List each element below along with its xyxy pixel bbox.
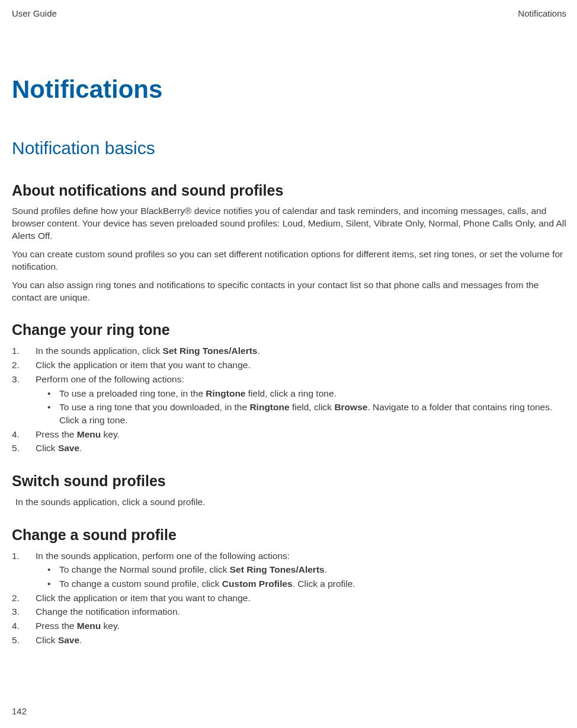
change-profile-substeps: To change the Normal sound profile, clic… (36, 563, 566, 590)
change-ring-step-4: Press the Menu key. (12, 428, 566, 441)
text-bold: Menu (77, 621, 101, 631)
page-container: User Guide Notifications Notifications N… (0, 0, 577, 728)
text-bold: Browse (334, 402, 367, 412)
text: To use a preloaded ring tone, in the (59, 388, 206, 398)
about-paragraph-2: You can create custom sound profiles so … (12, 248, 566, 273)
text: key. (101, 429, 120, 439)
text-bold: Set Ring Tones/Alerts (230, 564, 325, 574)
text: Perform one of the following actions: (36, 374, 184, 384)
text: Click the application or item that you w… (36, 593, 251, 603)
text: Press the (36, 621, 77, 631)
text: . Click a profile. (293, 579, 355, 589)
text: In the sounds application, click (36, 346, 163, 356)
change-ring-heading: Change your ring tone (12, 321, 566, 339)
text: Click (36, 635, 58, 645)
change-ring-step-1: In the sounds application, click Set Rin… (12, 344, 566, 357)
text: key. (101, 621, 120, 631)
text-bold: Save (58, 635, 79, 645)
text: . (257, 346, 259, 356)
text: In the sounds application, perform one o… (36, 551, 290, 561)
text: field, click a ring tone. (245, 388, 336, 398)
main-title: Notifications (12, 75, 566, 104)
header-right: Notifications (518, 8, 566, 18)
change-profile-substep-1: To change the Normal sound profile, clic… (47, 563, 566, 576)
text-bold: Save (58, 443, 79, 453)
switch-profiles-text: In the sounds application, click a sound… (12, 496, 566, 509)
about-paragraph-3: You can also assign ring tones and notif… (12, 279, 566, 304)
change-ring-step-3: Perform one of the following actions: To… (12, 373, 566, 427)
change-ring-substep-1: To use a preloaded ring tone, in the Rin… (47, 387, 566, 400)
change-ring-substeps: To use a preloaded ring tone, in the Rin… (36, 387, 566, 427)
page-header: User Guide Notifications (12, 8, 566, 18)
change-profile-step-3: Change the notification information. (12, 605, 566, 618)
change-profile-step-1: In the sounds application, perform one o… (12, 550, 566, 590)
text: To change the Normal sound profile, clic… (59, 564, 230, 574)
text: Change the notification information. (36, 606, 180, 617)
page-number: 142 (12, 706, 27, 716)
text-bold: Set Ring Tones/Alerts (163, 346, 258, 356)
change-profile-heading: Change a sound profile (12, 526, 566, 544)
change-profile-step-5: Click Save. (12, 634, 566, 647)
text: . (325, 564, 327, 574)
change-profile-step-4: Press the Menu key. (12, 620, 566, 633)
switch-profiles-heading: Switch sound profiles (12, 472, 566, 490)
about-paragraph-1: Sound profiles define how your BlackBerr… (12, 205, 566, 242)
text: To use a ring tone that you downloaded, … (59, 402, 249, 412)
text: Press the (36, 429, 77, 439)
change-ring-step-5: Click Save. (12, 442, 566, 455)
text-bold: Custom Profiles (222, 579, 293, 589)
section-title: Notification basics (12, 138, 566, 158)
text: To change a custom sound profile, click (59, 579, 222, 589)
header-left: User Guide (12, 8, 57, 18)
text: Click the application or item that you w… (36, 360, 251, 370)
change-profile-substep-2: To change a custom sound profile, click … (47, 577, 566, 590)
change-ring-steps: In the sounds application, click Set Rin… (12, 344, 566, 455)
change-profile-step-2: Click the application or item that you w… (12, 592, 566, 605)
text: Click (36, 443, 58, 453)
about-heading: About notifications and sound profiles (12, 182, 566, 199)
change-ring-substep-2: To use a ring tone that you downloaded, … (47, 401, 566, 426)
text: . (79, 443, 82, 453)
change-profile-steps: In the sounds application, perform one o… (12, 550, 566, 647)
text-bold: Ringtone (206, 388, 245, 398)
text: field, click (290, 402, 335, 412)
text-bold: Menu (77, 429, 101, 439)
text-bold: Ringtone (249, 402, 289, 412)
text: . (79, 635, 82, 645)
change-ring-step-2: Click the application or item that you w… (12, 359, 566, 372)
